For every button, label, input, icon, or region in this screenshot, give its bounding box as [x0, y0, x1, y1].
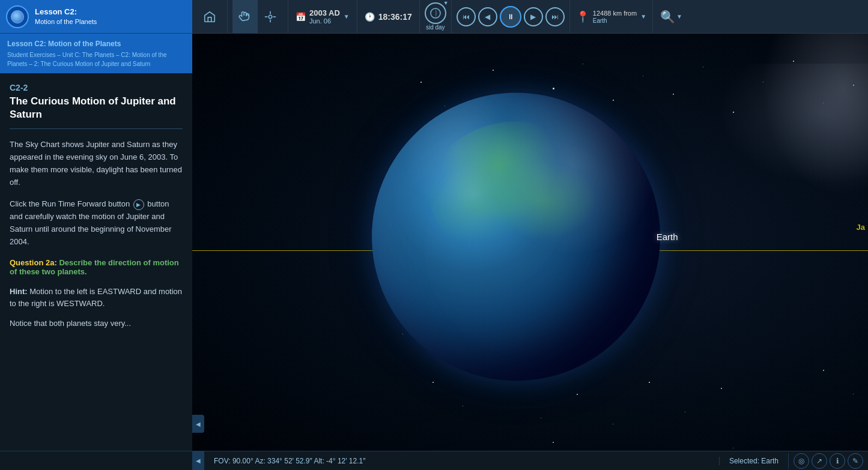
status-fov: FOV: 90.00° Az: 334° 52′ 52.9″ Alt: -4° … — [204, 457, 719, 465]
question-id: Question 2a: — [10, 258, 57, 267]
toolbar: 📅 2003 AD Jun. 06 ▼ 🕐 18:36:17 — [192, 0, 868, 33]
location-display[interactable]: 12488 km from Earth — [593, 9, 637, 24]
status-selected: Selected: Earth — [719, 457, 788, 465]
time-display[interactable]: 18:36:17 — [378, 12, 412, 22]
app-logo — [6, 5, 29, 28]
question-label: Question 2a: Describe the direction of m… — [10, 258, 183, 276]
hand-group — [228, 0, 288, 33]
playback-group: ⏮ ◀ ⏸ ▶ ⏭ — [452, 0, 570, 33]
sidebar-content: C2-2 The Curious Motion of Jupiter and S… — [0, 73, 192, 349]
status-bar: ◀ FOV: 90.00° Az: 334° 52′ 52.9″ Alt: -4… — [0, 451, 868, 470]
status-icons: ◎ ↗ ℹ ✎ — [788, 453, 868, 469]
hint-label: Hint: — [10, 287, 28, 296]
lesson-name: The Curious Motion of Jupiter and Saturn — [10, 95, 183, 129]
step-back-button[interactable]: ◀ — [478, 7, 497, 26]
earth-container: Earth — [372, 92, 660, 381]
logo-inner — [11, 10, 24, 23]
cloud-top-right — [718, 64, 868, 184]
star — [553, 88, 554, 89]
location-km: 12488 km from — [593, 9, 637, 17]
skip-forward-button[interactable]: ⏭ — [545, 7, 565, 26]
hint-body: Motion to the left is EASTWARD and motio… — [10, 287, 182, 309]
notice-text: Notice that both planets stay very... — [10, 318, 183, 330]
star — [703, 67, 703, 67]
instruction-text-pre: Click the Run Time Forward button — [10, 199, 132, 208]
breadcrumb-lesson: Lesson C2: Motion of the Planets — [7, 38, 185, 49]
search-arrow[interactable]: ▼ — [676, 13, 682, 20]
home-button[interactable] — [197, 0, 222, 33]
sidereal-dropdown-arrow[interactable]: ▼ — [443, 0, 449, 6]
play-button[interactable]: ▶ — [524, 7, 543, 26]
hand-button[interactable] — [232, 0, 258, 33]
status-info-icon[interactable]: ℹ — [830, 453, 845, 469]
status-edit-icon[interactable]: ✎ — [848, 453, 863, 469]
search-group[interactable]: 🔍 ▼ — [653, 0, 690, 33]
earth-label: Earth — [657, 231, 678, 241]
crosshair-button[interactable] — [258, 0, 283, 33]
star — [733, 448, 733, 448]
time-value: 18:36:17 — [378, 12, 412, 22]
date-day: Jun. 06 — [309, 17, 340, 25]
logo-lesson-sub: Motion of the Planets — [35, 17, 97, 26]
sidebar: Lesson C2: Motion of the Planets Student… — [0, 34, 192, 451]
location-arrow[interactable]: ▼ — [640, 13, 646, 20]
status-location-icon[interactable]: ◎ — [794, 453, 809, 469]
sky-canvas: Ecliptic Apr Ja Earth ◀ — [192, 34, 868, 451]
star — [643, 76, 643, 76]
star — [577, 394, 578, 395]
breadcrumb: Lesson C2: Motion of the Planets Student… — [0, 34, 192, 73]
run-time-forward-icon: ▶ — [133, 199, 144, 210]
question-section: Question 2a: Describe the direction of m… — [10, 258, 183, 276]
status-share-icon[interactable]: ↗ — [812, 453, 827, 469]
instruction-section: Click the Run Time Forward button ▶ butt… — [10, 198, 183, 248]
calendar-icon: 📅 — [296, 12, 306, 22]
location-pin-icon: 📍 — [576, 10, 589, 23]
clock-icon: 🕐 — [365, 12, 375, 22]
home-group — [192, 0, 228, 33]
sidereal-group: ▼ sid day — [420, 0, 452, 33]
star — [649, 382, 650, 383]
month-label-jan: Ja — [857, 223, 865, 232]
search-icon: 🔍 — [660, 10, 675, 24]
sidereal-indicator: ▼ sid day — [425, 2, 446, 31]
star — [553, 442, 554, 443]
sidereal-icon — [429, 7, 442, 19]
pause-button[interactable]: ⏸ — [500, 6, 521, 28]
star — [613, 424, 613, 424]
time-group: 🕐 18:36:17 — [357, 0, 420, 33]
star — [541, 418, 541, 418]
main-layout: Lesson C2: Motion of the Planets Student… — [0, 34, 868, 451]
skip-back-button[interactable]: ⏮ — [457, 7, 476, 26]
location-group: 📍 12488 km from Earth ▼ — [570, 0, 653, 33]
star — [463, 406, 463, 406]
star — [583, 64, 583, 64]
sidereal-label: sid day — [426, 24, 445, 31]
star — [493, 70, 494, 71]
hint-text: Hint: Motion to the left is EASTWARD and… — [10, 286, 183, 311]
date-group: 📅 2003 AD Jun. 06 ▼ — [288, 0, 357, 33]
date-arrow[interactable]: ▼ — [344, 13, 350, 20]
star — [685, 412, 685, 412]
star — [420, 82, 422, 83]
location-body: Earth — [593, 17, 637, 24]
date-year: 2003 AD — [309, 8, 340, 17]
date-display[interactable]: 2003 AD Jun. 06 — [309, 8, 340, 25]
star — [823, 370, 824, 371]
logo-lesson-title: Lesson C2: — [35, 7, 97, 17]
lesson-id: C2-2 — [10, 83, 183, 92]
description-text: The Sky Chart shows Jupiter and Saturn a… — [10, 139, 183, 188]
sidebar-collapse-button[interactable]: ◀ — [192, 415, 204, 433]
breadcrumb-lesson-sub: Motion of the Planets — [48, 40, 121, 48]
sidereal-circle: ▼ — [425, 2, 446, 24]
sky-view[interactable]: Ecliptic Apr Ja Earth ◀ — [192, 34, 868, 451]
status-collapse-button[interactable]: ◀ — [192, 451, 204, 471]
star — [673, 94, 674, 95]
svg-point-0 — [269, 15, 272, 19]
star — [853, 394, 854, 394]
breadcrumb-path: Student Exercises – Unit C: The Planets … — [7, 50, 185, 68]
logo-text: Lesson C2: Motion of the Planets — [35, 7, 97, 27]
top-bar: Lesson C2: Motion of the Planets — [0, 0, 868, 34]
star — [432, 382, 434, 383]
logo-area: Lesson C2: Motion of the Planets — [0, 0, 192, 33]
breadcrumb-lesson-label: Lesson C2: — [7, 40, 46, 48]
